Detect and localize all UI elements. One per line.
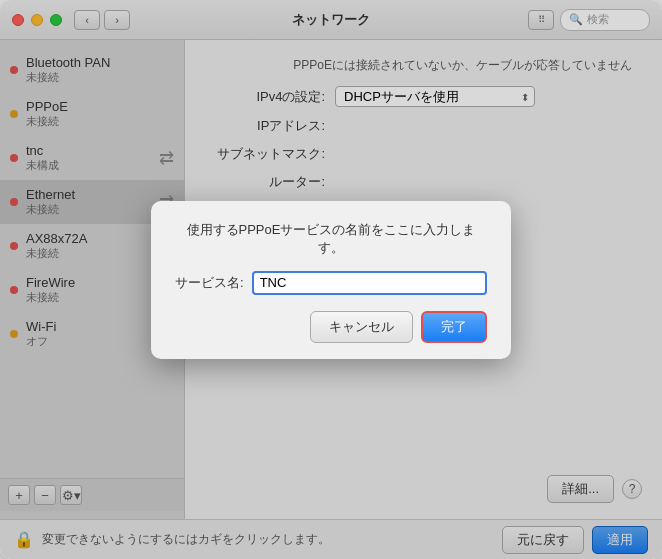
dialog-field-row: サービス名: bbox=[175, 271, 487, 295]
dialog-buttons: キャンセル 完了 bbox=[175, 311, 487, 343]
dialog-field-label: サービス名: bbox=[175, 274, 244, 292]
dialog-overlay: 使用するPPPoEサービスの名前をここに入力します。 サービス名: キャンセル … bbox=[0, 0, 662, 559]
cancel-button[interactable]: キャンセル bbox=[310, 311, 413, 343]
network-window: ‹ › ネットワーク ⠿ 🔍 検索 Bluetooth PAN 未接続 bbox=[0, 0, 662, 559]
dialog-message: 使用するPPPoEサービスの名前をここに入力します。 bbox=[175, 221, 487, 257]
service-name-input[interactable] bbox=[252, 271, 487, 295]
pppoe-dialog: 使用するPPPoEサービスの名前をここに入力します。 サービス名: キャンセル … bbox=[151, 201, 511, 359]
ok-button[interactable]: 完了 bbox=[421, 311, 487, 343]
